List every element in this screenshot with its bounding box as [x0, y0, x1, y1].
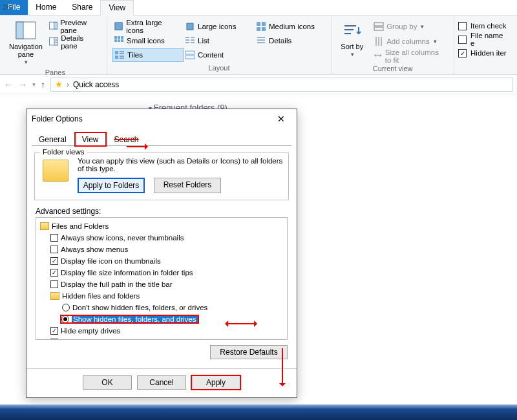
dialog-tab-search[interactable]: Search	[107, 132, 146, 146]
checkbox-icon	[458, 36, 467, 44]
opt-hide-empty-drives[interactable]: ✓Hide empty drives	[37, 325, 286, 337]
details-pane-icon	[49, 37, 58, 47]
nav-back-icon[interactable]: ←	[4, 79, 13, 90]
svg-rect-19	[118, 39, 120, 42]
layout-small-icon	[114, 36, 124, 46]
folder-views-desc: You can apply this view (such as Details…	[78, 157, 283, 173]
annotation-arrow-icon	[282, 348, 283, 384]
opt-full-path[interactable]: Display the full path in the title bar	[37, 278, 286, 290]
layout-list-label: List	[198, 37, 209, 45]
checkbox-checked-icon: ✓	[50, 327, 58, 335]
svg-rect-12	[262, 22, 266, 26]
folder-options-dialog: Folder Options ✕ General View Search Fol…	[26, 109, 297, 398]
opt-size-tips[interactable]: ✓Display file size information in folder…	[37, 267, 286, 278]
opt-always-icons[interactable]: Always show icons, never thumbnails	[37, 232, 286, 244]
nav-history-icon[interactable]: ▾	[32, 81, 36, 88]
address-bar[interactable]: ★ › Quick access	[50, 78, 513, 92]
svg-rect-5	[54, 37, 58, 45]
item-check-boxes[interactable]: Item check	[458, 19, 509, 32]
dialog-titlebar[interactable]: Folder Options ✕	[26, 109, 297, 129]
apply-button[interactable]: Apply	[191, 375, 240, 390]
taskbar[interactable]	[0, 404, 517, 420]
svg-rect-13	[257, 27, 260, 31]
checkbox-icon	[50, 246, 58, 253]
close-button[interactable]: ✕	[267, 110, 295, 128]
sort-by-icon	[342, 21, 363, 41]
opt-icon-thumbnails[interactable]: ✓Display file icon on thumbnails	[37, 255, 286, 267]
ribbon-tabs: File Home Share View	[0, 0, 517, 16]
layout-large-icon	[185, 21, 195, 32]
nav-bar: ← → ▾ ↑ ★ › Quick access	[0, 75, 517, 94]
svg-rect-17	[121, 36, 123, 39]
checkbox-checked-icon: ✓	[50, 269, 58, 277]
layout-large-icons[interactable]: Large icons	[184, 19, 255, 34]
preview-pane-button[interactable]: Preview pane	[48, 19, 103, 34]
breadcrumb[interactable]: Quick access	[73, 80, 119, 89]
radio-dont-show-hidden[interactable]: Don't show hidden files, folders, or dri…	[37, 302, 286, 313]
svg-rect-18	[114, 39, 117, 42]
group-by-label: Group by	[386, 23, 417, 30]
file-name-extensions[interactable]: File name e	[458, 33, 509, 46]
hidden-items[interactable]: ✓Hidden iter	[458, 47, 509, 59]
add-columns-button[interactable]: Add columns	[372, 34, 450, 48]
layout-extra-large-icons[interactable]: Extra large icons	[112, 19, 184, 34]
layout-small-label: Small icons	[127, 37, 165, 45]
tab-home[interactable]: Home	[28, 0, 64, 15]
svg-rect-1	[16, 22, 23, 39]
dialog-tabs: General View Search	[26, 129, 297, 146]
svg-rect-41	[374, 23, 383, 26]
opt-always-menus[interactable]: Always show menus	[37, 244, 286, 255]
checkbox-icon	[50, 234, 58, 242]
advanced-settings-tree[interactable]: Files and Folders Always show icons, nev…	[36, 217, 288, 340]
size-columns-button[interactable]: Size all columns to fit	[372, 49, 450, 63]
tab-share[interactable]: Share	[64, 0, 100, 15]
nav-up-icon[interactable]: ↑	[41, 79, 45, 90]
layout-list-icon	[185, 36, 195, 46]
layout-content-label: Content	[198, 51, 224, 59]
navigation-pane-icon	[16, 21, 36, 41]
layout-xl-label: Extra large icons	[126, 19, 178, 34]
svg-rect-30	[115, 51, 118, 54]
navigation-pane-button[interactable]: Navigation pane	[8, 19, 44, 67]
folder-views-group: Folder views You can apply this view (su…	[34, 152, 289, 200]
layout-medium-icons[interactable]: Medium icons	[255, 19, 326, 34]
layout-details[interactable]: Details	[255, 34, 326, 48]
annotation-arrow-icon	[127, 146, 146, 147]
group-current-view: Sort by Group by Add columns Size all co…	[332, 17, 454, 74]
group-current-view-label: Current view	[373, 63, 413, 75]
folder-views-legend: Folder views	[40, 148, 87, 156]
group-by-button[interactable]: Group by	[372, 19, 450, 34]
svg-rect-16	[118, 36, 120, 39]
ok-button[interactable]: OK	[83, 375, 132, 390]
layout-content[interactable]: Content	[184, 48, 255, 62]
svg-rect-11	[257, 22, 260, 26]
tab-view[interactable]: View	[100, 0, 134, 16]
folder-icon	[40, 222, 49, 230]
layout-small-icons[interactable]: Small icons	[112, 34, 184, 48]
details-pane-button[interactable]: Details pane	[48, 35, 103, 49]
details-pane-label: Details pane	[61, 34, 98, 50]
group-layout: Extra large icons Large icons Medium ico…	[107, 17, 332, 74]
reset-folders-button[interactable]: Reset Folders	[154, 178, 221, 193]
restore-defaults-button[interactable]: Restore Defaults	[210, 345, 288, 359]
layout-list[interactable]: List	[184, 34, 255, 48]
svg-rect-3	[54, 22, 57, 29]
layout-tiles-icon	[114, 50, 125, 60]
checkbox-checked-icon: ✓	[50, 257, 58, 265]
hidden-items-label: Hidden iter	[470, 49, 507, 57]
layout-content-icon	[185, 50, 195, 60]
nav-fwd-icon[interactable]: →	[18, 79, 27, 90]
cancel-button[interactable]: Cancel	[137, 375, 186, 390]
layout-large-label: Large icons	[198, 23, 236, 30]
tree-root: Files and Folders	[52, 222, 109, 230]
group-by-icon	[374, 21, 384, 32]
dialog-tab-general[interactable]: General	[32, 132, 74, 146]
dialog-tab-view[interactable]: View	[75, 132, 106, 146]
group-layout-label: Layout	[209, 63, 230, 74]
apply-to-folders-button[interactable]: Apply to Folders	[78, 178, 145, 193]
svg-rect-15	[114, 36, 117, 39]
sort-by-button[interactable]: Sort by	[335, 19, 368, 59]
group-panes: Navigation pane Preview pane Details pan…	[4, 17, 107, 74]
svg-rect-10	[187, 23, 193, 30]
layout-tiles[interactable]: Tiles	[112, 48, 184, 62]
